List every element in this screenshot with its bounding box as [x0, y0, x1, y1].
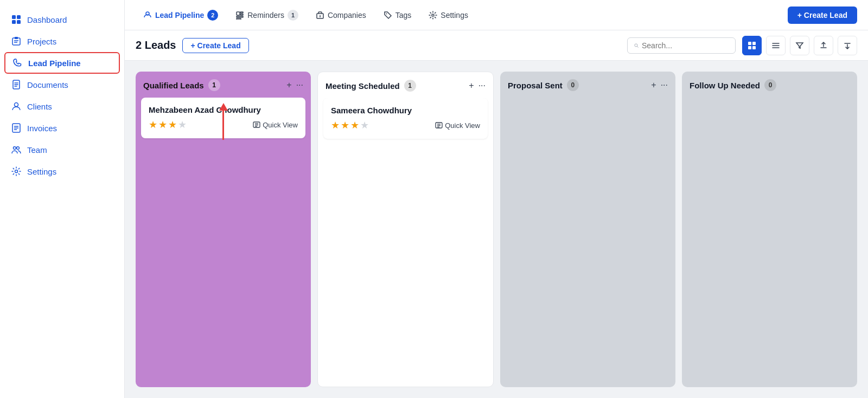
svg-point-26: [432, 14, 434, 16]
col-actions-proposal-sent: + ···: [651, 80, 668, 90]
sidebar-item-label: Lead Pipeline: [28, 59, 81, 68]
svg-rect-0: [12, 15, 16, 19]
svg-rect-3: [17, 20, 21, 24]
col-count-proposal-sent: 0: [567, 79, 579, 91]
sidebar-item-documents[interactable]: Documents: [0, 74, 124, 95]
svg-rect-5: [15, 37, 18, 39]
list-view-button[interactable]: [766, 36, 786, 55]
col-add-meeting-scheduled[interactable]: +: [469, 81, 474, 91]
col-more-proposal-sent[interactable]: ···: [661, 80, 668, 90]
star-1: ★: [331, 119, 340, 131]
tab-tags-label: Tags: [395, 11, 412, 20]
tab-companies[interactable]: Companies: [308, 7, 374, 24]
column-meeting-scheduled: Meeting Scheduled 1 + ··· Sameera Chowdh…: [317, 72, 494, 387]
col-more-qualified-leads[interactable]: ···: [296, 80, 303, 90]
page-title: 2 Leads: [136, 39, 176, 52]
svg-line-28: [637, 46, 638, 47]
svg-rect-30: [752, 42, 756, 45]
group-icon: [11, 144, 22, 155]
col-add-qualified-leads[interactable]: +: [286, 80, 291, 90]
sidebar-item-label: Clients: [27, 102, 52, 111]
star-4-empty: ★: [360, 119, 369, 131]
quick-view-icon: [253, 121, 260, 129]
col-header-proposal-sent: Proposal Sent 0 + ···: [500, 72, 675, 98]
svg-rect-19: [240, 12, 243, 13]
quick-view-mehzabeen[interactable]: Quick View: [253, 121, 298, 129]
sidebar-item-lead-pipeline[interactable]: Lead Pipeline: [4, 52, 120, 74]
download-button[interactable]: [838, 36, 857, 55]
page-header: 2 Leads + Create Lead: [125, 30, 868, 61]
svg-rect-20: [240, 14, 243, 15]
tab-tags[interactable]: Tags: [376, 7, 419, 24]
red-arrow-indicator: [219, 103, 228, 140]
col-title-qualified-leads: Qualified Leads: [143, 81, 204, 90]
quick-view-sameera[interactable]: Quick View: [435, 121, 480, 130]
tab-lead-pipeline[interactable]: Lead Pipeline 2: [136, 5, 226, 25]
stars-mehzabeen: ★ ★ ★ ★: [149, 119, 187, 131]
col-add-proposal-sent[interactable]: +: [651, 80, 656, 90]
sidebar-item-projects[interactable]: Projects: [0, 30, 124, 52]
star-3: ★: [350, 119, 359, 131]
upload-button[interactable]: [814, 36, 833, 55]
kanban-board: Qualified Leads 1 + ··· Mehzabeen Azad C…: [125, 61, 868, 398]
file-icon: [11, 79, 22, 90]
col-body-meeting-scheduled: Sameera Chowdhury ★ ★ ★ ★ Quick View: [318, 98, 493, 387]
svg-rect-18: [237, 12, 240, 15]
svg-point-14: [14, 147, 16, 150]
card-name-sameera: Sameera Chowdhury: [331, 106, 480, 115]
sidebar-item-dashboard[interactable]: Dashboard: [0, 9, 124, 30]
col-title-proposal-sent: Proposal Sent: [508, 81, 563, 90]
col-count-follow-up-needed: 0: [764, 79, 776, 91]
star-2: ★: [341, 119, 349, 131]
sidebar-item-clients[interactable]: Clients: [0, 95, 124, 117]
tab-companies-label: Companies: [328, 11, 366, 20]
svg-rect-31: [748, 46, 751, 49]
clipboard-icon: [11, 36, 22, 47]
phone-icon: [12, 57, 23, 68]
sidebar-item-invoices[interactable]: Invoices: [0, 117, 124, 139]
col-header-qualified-leads: Qualified Leads 1 + ···: [136, 72, 311, 98]
col-title-meeting-scheduled: Meeting Scheduled: [326, 81, 400, 91]
tab-reminders-label: Reminders: [247, 11, 284, 20]
search-icon: [634, 42, 639, 49]
tab-reminders-badge: 1: [288, 10, 298, 21]
arrow-head: [219, 103, 228, 111]
col-title-follow-up-needed: Follow Up Needed: [690, 81, 760, 90]
grid-view-button[interactable]: [742, 36, 762, 55]
star-3: ★: [168, 119, 177, 131]
create-lead-outline-button[interactable]: + Create Lead: [182, 38, 248, 53]
quick-view-label: Quick View: [263, 121, 298, 129]
search-box: [627, 37, 736, 54]
sidebar-item-label: Projects: [27, 37, 56, 46]
grid-icon: [11, 14, 22, 25]
svg-point-15: [17, 147, 20, 150]
sidebar: Dashboard Projects Lead Pipeline Documen…: [0, 0, 125, 398]
tab-reminders[interactable]: Reminders 1: [228, 5, 306, 25]
tab-settings[interactable]: Settings: [421, 7, 476, 24]
star-1: ★: [149, 119, 157, 131]
col-body-qualified-leads: Mehzabeen Azad Chowdhury ★ ★ ★ ★ Quick V…: [136, 98, 311, 387]
search-input[interactable]: [642, 41, 729, 50]
col-header-follow-up-needed: Follow Up Needed 0: [682, 72, 857, 98]
gear-icon: [11, 166, 22, 177]
svg-rect-32: [752, 46, 756, 49]
col-actions-meeting-scheduled: + ···: [469, 81, 486, 91]
settings-icon: [429, 11, 437, 20]
sidebar-item-label: Documents: [27, 80, 68, 89]
lead-card-sameera[interactable]: Sameera Chowdhury ★ ★ ★ ★ Quick View: [323, 98, 488, 139]
tab-lead-pipeline-badge: 2: [207, 10, 218, 21]
sidebar-item-settings[interactable]: Settings: [0, 161, 124, 182]
svg-rect-29: [748, 42, 751, 45]
filter-button[interactable]: [790, 36, 809, 55]
svg-point-25: [386, 13, 387, 14]
column-proposal-sent: Proposal Sent 0 + ···: [500, 72, 675, 387]
col-more-meeting-scheduled[interactable]: ···: [478, 81, 486, 91]
col-count-qualified-leads: 1: [208, 79, 220, 91]
svg-rect-1: [17, 15, 21, 19]
create-lead-top-button[interactable]: + Create Lead: [788, 7, 857, 24]
svg-rect-2: [12, 20, 16, 24]
arrow-line: [222, 110, 224, 140]
sidebar-item-team[interactable]: Team: [0, 139, 124, 161]
col-count-meeting-scheduled: 1: [404, 80, 416, 92]
col-body-proposal-sent: [500, 98, 675, 387]
